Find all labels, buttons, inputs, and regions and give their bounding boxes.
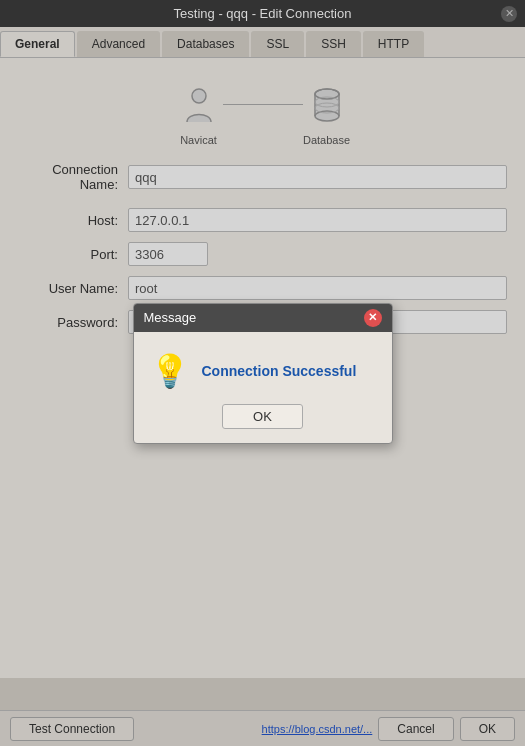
modal-ok-button[interactable]: OK xyxy=(222,404,303,429)
modal-close-button[interactable]: ✕ xyxy=(364,309,382,327)
modal-overlay: Message ✕ 💡 Connection Successful OK xyxy=(0,0,525,746)
modal-footer: OK xyxy=(134,404,392,443)
modal-title: Message xyxy=(144,310,197,325)
lightbulb-icon: 💡 xyxy=(150,352,190,390)
modal-message: Connection Successful xyxy=(202,363,357,379)
modal-title-bar: Message ✕ xyxy=(134,304,392,332)
message-dialog: Message ✕ 💡 Connection Successful OK xyxy=(133,303,393,444)
modal-body: 💡 Connection Successful xyxy=(134,332,392,404)
